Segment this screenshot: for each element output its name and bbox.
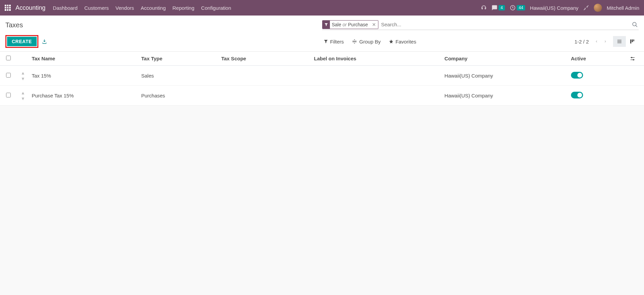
menu-configuration[interactable]: Configuration bbox=[201, 5, 231, 11]
pager-prev-icon[interactable] bbox=[594, 38, 600, 45]
messages-icon[interactable]: 4 bbox=[492, 5, 505, 11]
cell-label bbox=[311, 66, 442, 86]
apps-icon[interactable] bbox=[5, 5, 11, 11]
list-view-button[interactable] bbox=[613, 36, 626, 47]
svg-rect-3 bbox=[617, 40, 621, 40]
svg-line-2 bbox=[636, 25, 637, 27]
facet-remove-icon[interactable]: ✕ bbox=[370, 22, 378, 27]
search-facet: Sale or Purchase ✕ bbox=[322, 20, 378, 29]
filters-button[interactable]: Filters bbox=[324, 39, 344, 45]
header-scope[interactable]: Tax Scope bbox=[218, 52, 311, 66]
menu-vendors[interactable]: Vendors bbox=[115, 5, 134, 11]
groupby-button[interactable]: Group By bbox=[352, 39, 380, 45]
drag-handle-icon[interactable]: ▲▼ bbox=[21, 90, 25, 101]
header-label[interactable]: Label on Invoices bbox=[311, 52, 442, 66]
app-name[interactable]: Accounting bbox=[15, 4, 45, 11]
cell-scope bbox=[218, 86, 311, 106]
create-highlight: CREATE bbox=[5, 35, 38, 48]
pager-text[interactable]: 1-2 / 2 bbox=[574, 39, 589, 45]
svg-rect-5 bbox=[617, 42, 621, 43]
select-all-checkbox[interactable] bbox=[6, 56, 11, 60]
user-menu[interactable]: Mitchell Admin bbox=[607, 5, 639, 11]
menu-customers[interactable]: Customers bbox=[84, 5, 109, 11]
svg-rect-6 bbox=[630, 39, 631, 43]
search-input[interactable] bbox=[380, 20, 631, 29]
control-panel: Taxes Sale or Purchase ✕ CREATE bbox=[0, 16, 644, 52]
menu-reporting[interactable]: Reporting bbox=[172, 5, 194, 11]
header-active[interactable]: Active bbox=[568, 52, 627, 66]
menu-dashboard[interactable]: Dashboard bbox=[53, 5, 77, 11]
active-toggle[interactable] bbox=[571, 72, 583, 79]
svg-point-1 bbox=[633, 22, 636, 26]
cell-label bbox=[311, 86, 442, 106]
activities-badge: 44 bbox=[517, 5, 525, 10]
activities-icon[interactable]: 44 bbox=[510, 5, 525, 11]
search-icon[interactable] bbox=[631, 22, 639, 28]
support-icon[interactable] bbox=[481, 5, 487, 11]
row-checkbox[interactable] bbox=[6, 73, 11, 78]
list-view: Tax Name Tax Type Tax Scope Label on Inv… bbox=[0, 52, 644, 106]
company-selector[interactable]: Hawaii(US) Company bbox=[530, 5, 578, 11]
messages-badge: 4 bbox=[499, 5, 505, 10]
row-checkbox[interactable] bbox=[6, 93, 11, 97]
svg-point-12 bbox=[633, 59, 634, 60]
search-bar[interactable]: Sale or Purchase ✕ bbox=[322, 20, 639, 30]
facet-values: Sale or Purchase bbox=[330, 21, 370, 28]
drag-handle-icon[interactable]: ▲▼ bbox=[21, 70, 25, 81]
nav-right: 4 44 Hawaii(US) Company Mitchell Admin bbox=[481, 4, 639, 12]
import-icon[interactable] bbox=[42, 39, 47, 44]
svg-rect-8 bbox=[633, 39, 634, 41]
cell-name: Purchase Tax 15% bbox=[29, 86, 138, 106]
cell-name: Tax 15% bbox=[29, 66, 138, 86]
avatar[interactable] bbox=[594, 4, 602, 12]
header-company[interactable]: Company bbox=[442, 52, 568, 66]
pager-next-icon[interactable] bbox=[602, 38, 608, 45]
main-menu: Dashboard Customers Vendors Accounting R… bbox=[53, 5, 481, 11]
table-row[interactable]: ▲▼ Tax 15% Sales Hawaii(US) Company bbox=[0, 66, 644, 86]
svg-rect-7 bbox=[632, 39, 633, 42]
svg-rect-4 bbox=[617, 41, 621, 41]
debug-icon[interactable] bbox=[583, 5, 589, 11]
header-type[interactable]: Tax Type bbox=[138, 52, 218, 66]
cell-company: Hawaii(US) Company bbox=[442, 66, 568, 86]
kanban-view-button[interactable] bbox=[626, 36, 639, 47]
cell-company: Hawaii(US) Company bbox=[442, 86, 568, 106]
header-name[interactable]: Tax Name bbox=[29, 52, 138, 66]
cell-type: Purchases bbox=[138, 86, 218, 106]
menu-accounting[interactable]: Accounting bbox=[141, 5, 166, 11]
page-title: Taxes bbox=[5, 21, 322, 29]
table-row[interactable]: ▲▼ Purchase Tax 15% Purchases Hawaii(US)… bbox=[0, 86, 644, 106]
create-button[interactable]: CREATE bbox=[7, 37, 37, 46]
svg-point-10 bbox=[631, 57, 632, 58]
optional-columns-icon[interactable] bbox=[630, 56, 641, 61]
filter-icon bbox=[323, 21, 330, 29]
favorites-button[interactable]: Favorites bbox=[389, 39, 416, 45]
cell-scope bbox=[218, 66, 311, 86]
top-navbar: Accounting Dashboard Customers Vendors A… bbox=[0, 0, 644, 16]
cell-type: Sales bbox=[138, 66, 218, 86]
active-toggle[interactable] bbox=[571, 92, 583, 98]
taxes-table: Tax Name Tax Type Tax Scope Label on Inv… bbox=[0, 52, 644, 106]
